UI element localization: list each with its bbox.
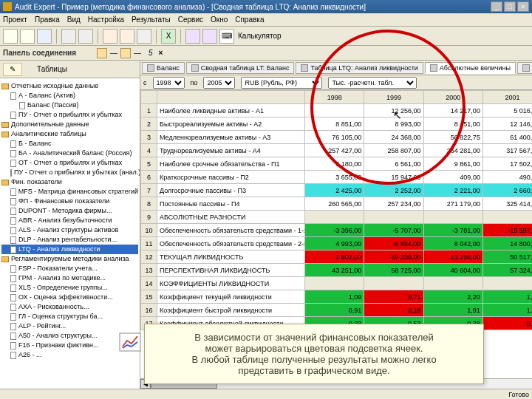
cell[interactable]: 1 602,00: [305, 250, 364, 264]
cell[interactable]: 12 146,25: [482, 117, 532, 131]
cell[interactable]: 2 252,00: [364, 184, 423, 197]
year-to-select[interactable]: 2005: [203, 77, 235, 89]
cell[interactable]: [364, 211, 423, 224]
cell[interactable]: [305, 104, 364, 117]
column-header[interactable]: 2001: [482, 91, 532, 104]
menu-item[interactable]: Справка: [235, 16, 264, 24]
cell[interactable]: 56 822,75: [423, 131, 482, 144]
data-grid[interactable]: 199819992000200120021Наиболее ликвидные …: [140, 90, 532, 330]
menu-item[interactable]: Окно: [211, 16, 228, 24]
cell[interactable]: [305, 277, 364, 290]
cell[interactable]: 1,55: [482, 290, 532, 304]
tree-node[interactable]: AXA - Рискованность...: [1, 302, 138, 312]
table-row[interactable]: 1Наиболее ликвидные активы - А112 256,00…: [141, 104, 533, 117]
cell[interactable]: [305, 211, 364, 224]
tree-node[interactable]: XLS - Определение группы...: [1, 283, 138, 293]
cell[interactable]: 257 427,00: [305, 144, 364, 157]
tree-node[interactable]: ПУ - Отчет о прибылях и убытках (анал.): [1, 168, 138, 177]
table-row[interactable]: 8Постоянные пассивы - П4260 565,00257 23…: [141, 197, 533, 211]
currency-select[interactable]: RUB (Рубль, РФ): [241, 77, 322, 89]
calculator-button[interactable]: ⌨: [219, 29, 234, 44]
sheet-tab[interactable]: Абсолютные величины: [425, 62, 516, 74]
cell[interactable]: 258 807,00: [364, 144, 423, 157]
cell[interactable]: -5 707,00: [364, 224, 423, 237]
cell[interactable]: 14 800,41: [482, 237, 532, 250]
cell[interactable]: 43 251,00: [305, 264, 364, 277]
table-row[interactable]: 3Медленнореализуемые активы - А376 105,0…: [141, 131, 533, 144]
cell[interactable]: -15 597,82: [482, 224, 532, 237]
cell[interactable]: -3 396,00: [305, 224, 364, 237]
cell[interactable]: 6 561,00: [364, 157, 423, 171]
maximize-button[interactable]: □: [504, 1, 516, 12]
cell[interactable]: -6 954,00: [364, 237, 423, 250]
cell[interactable]: 57 324,63: [482, 264, 532, 277]
menu-item[interactable]: Сервис: [178, 16, 203, 24]
tree-node[interactable]: FSP - Показатели учета...: [1, 264, 138, 273]
cell[interactable]: 260 565,00: [305, 197, 364, 211]
tree-node[interactable]: А - Баланс (Актив): [1, 91, 138, 100]
tree-node[interactable]: БА - Аналитический баланс (Россия): [1, 149, 138, 158]
close-button[interactable]: ×: [517, 1, 529, 12]
cell[interactable]: 2 660,70: [482, 184, 532, 197]
cell[interactable]: -19 236,00: [364, 250, 423, 264]
cell[interactable]: 61 400,00: [482, 131, 532, 144]
cell[interactable]: 13 256,00: [423, 250, 482, 264]
table-row[interactable]: 15Коэффициент текущей ликвидности1,090,7…: [141, 290, 533, 304]
new-button[interactable]: [3, 29, 18, 44]
tree-node[interactable]: ГРМ - Анализ по методике...: [1, 273, 138, 283]
cell[interactable]: 2 425,00: [305, 184, 364, 197]
column-header[interactable]: 1998: [305, 91, 364, 104]
cell[interactable]: 17 502,00: [482, 157, 532, 171]
cell[interactable]: 317 567,25: [482, 144, 532, 157]
cell[interactable]: 76 105,00: [305, 131, 364, 144]
cell[interactable]: 325 414,82: [482, 197, 532, 211]
cell[interactable]: 0,18: [364, 304, 423, 317]
tree-node[interactable]: Дополнительные данные: [1, 120, 138, 129]
cell[interactable]: 8 451,00: [423, 117, 482, 131]
table-row[interactable]: 4Труднореализуемые активы - А4257 427,00…: [141, 144, 533, 157]
tree-node[interactable]: Фин. показатели: [1, 177, 138, 187]
tree-node[interactable]: LTQ - Анализ ликвидности: [1, 245, 138, 254]
cell[interactable]: 14 217,00: [423, 104, 482, 117]
cell[interactable]: 24 368,00: [364, 131, 423, 144]
tree-node[interactable]: Б - Баланс: [1, 139, 138, 149]
cell[interactable]: 15 947,00: [364, 171, 423, 184]
cell[interactable]: 8 851,00: [305, 117, 364, 131]
tree-node[interactable]: DUPONT - Методика фирмы...: [1, 206, 138, 216]
tree-node[interactable]: ABR - Анализ безубыточности: [1, 216, 138, 225]
cell[interactable]: 9 861,00: [423, 157, 482, 171]
tree-node[interactable]: ФП - Финансовые показатели: [1, 197, 138, 206]
menu-item[interactable]: Правка: [35, 16, 60, 24]
cell[interactable]: [482, 211, 532, 224]
cell[interactable]: 58 725,00: [364, 264, 423, 277]
cell[interactable]: 2,20: [423, 290, 482, 304]
cell[interactable]: 8 993,00: [364, 117, 423, 131]
wizard-button[interactable]: [202, 29, 217, 44]
paste-button[interactable]: [120, 29, 134, 44]
table-row[interactable]: 2Быстрореализуемые активы - А28 851,008 …: [141, 117, 533, 131]
tree-node[interactable]: ОХ - Оценка эффективности...: [1, 293, 138, 302]
menu-item[interactable]: Вид: [67, 16, 81, 24]
tree-node[interactable]: ОТ - Отчет о прибылях и убытках: [1, 158, 138, 168]
column-header[interactable]: 1999: [364, 91, 423, 104]
copy-button[interactable]: [103, 29, 117, 44]
cell[interactable]: 50 517,00: [482, 250, 532, 264]
menu-item[interactable]: Результаты: [132, 16, 171, 24]
sheet-tab[interactable]: Баланс: [142, 62, 185, 74]
cell[interactable]: [482, 277, 532, 290]
tree-node[interactable]: Баланс (Пассив): [1, 100, 138, 110]
cell[interactable]: 0,05: [482, 317, 532, 330]
tree-node[interactable]: Регламентируемые методики анализа: [1, 254, 138, 264]
table-row[interactable]: 5Наиболее срочные обязательства - П16 18…: [141, 157, 533, 171]
table-row[interactable]: 10Обеспеченность обязательств средствами…: [141, 224, 533, 237]
cell[interactable]: 5 016,00: [482, 104, 532, 117]
cell[interactable]: 4 993,00: [305, 237, 364, 250]
tree-node[interactable]: ПУ - Отчет о прибылях и убытках: [1, 110, 138, 120]
tree-node[interactable]: DLP - Анализ рентабельности...: [1, 235, 138, 245]
edit-icon[interactable]: ✎: [3, 63, 22, 76]
process-button-2[interactable]: [120, 48, 131, 58]
menu-item[interactable]: Проект: [3, 16, 27, 24]
units-select[interactable]: Тыс. -расчетн. табл.: [328, 77, 417, 89]
tree-node[interactable]: МFS - Матрица финансовых стратегий: [1, 187, 138, 197]
cell[interactable]: 264 281,00: [423, 144, 482, 157]
